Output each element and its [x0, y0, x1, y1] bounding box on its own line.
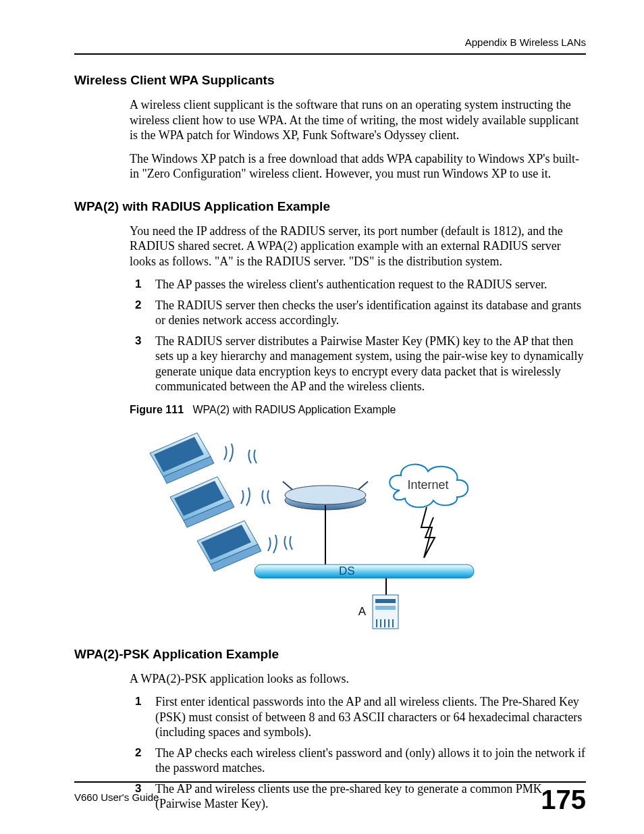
figure-caption-text: WPA(2) with RADIUS Application Example	[192, 404, 396, 415]
list-item: The RADIUS server then checks the user's…	[155, 298, 586, 328]
svg-point-10	[285, 486, 366, 504]
list-item: The AP checks each wireless client's pas…	[155, 746, 586, 776]
svg-line-11	[283, 481, 292, 490]
page-content: Wireless Client WPA Supplicants A wirele…	[74, 73, 586, 821]
para-supplicants-2: The Windows XP patch is a free download …	[130, 151, 586, 182]
svg-rect-16	[375, 606, 396, 610]
list-item: The AP passes the wireless client's auth…	[155, 277, 586, 292]
heading-wpa2-psk: WPA(2)-PSK Application Example	[74, 647, 586, 662]
svg-rect-13	[254, 565, 474, 578]
ds-label: DS	[339, 565, 355, 577]
server-a-label: A	[358, 605, 367, 618]
internet-cloud-icon: Internet	[390, 464, 468, 507]
lightning-link-icon	[421, 507, 435, 558]
internet-label: Internet	[407, 478, 448, 492]
list-item: The RADIUS server distributes a Pairwise…	[155, 334, 586, 394]
distribution-system-bar: DS	[254, 565, 474, 578]
heading-wpa2-radius: WPA(2) with RADIUS Application Example	[74, 199, 586, 214]
psk-steps-list: First enter identical passwords into the…	[130, 694, 586, 812]
footer-rule	[74, 781, 586, 783]
figure-label: Figure 111	[130, 404, 184, 415]
list-item: The AP and wireless clients use the pre-…	[155, 781, 586, 812]
figure-wpa2-radius: Internet DS	[130, 423, 586, 635]
heading-wpa-supplicants: Wireless Client WPA Supplicants	[74, 73, 586, 88]
para-psk-intro: A WPA(2)-PSK application looks as follow…	[130, 671, 586, 687]
header-rule	[74, 53, 586, 55]
figure-caption: Figure 111 WPA(2) with RADIUS Applicatio…	[130, 404, 586, 416]
radius-server-icon	[373, 595, 398, 629]
running-header: Appendix B Wireless LANs	[74, 36, 586, 48]
list-item: First enter identical passwords into the…	[155, 694, 586, 740]
svg-rect-15	[375, 599, 396, 603]
footer-guide-name: V660 User's Guide	[74, 791, 159, 803]
laptop-icon	[150, 433, 261, 571]
para-radius-intro: You need the IP address of the RADIUS se…	[130, 224, 586, 269]
radius-steps-list: The AP passes the wireless client's auth…	[130, 277, 586, 394]
page-number: 175	[541, 785, 586, 815]
para-supplicants-1: A wireless client supplicant is the soft…	[130, 97, 586, 143]
svg-line-12	[358, 481, 368, 490]
